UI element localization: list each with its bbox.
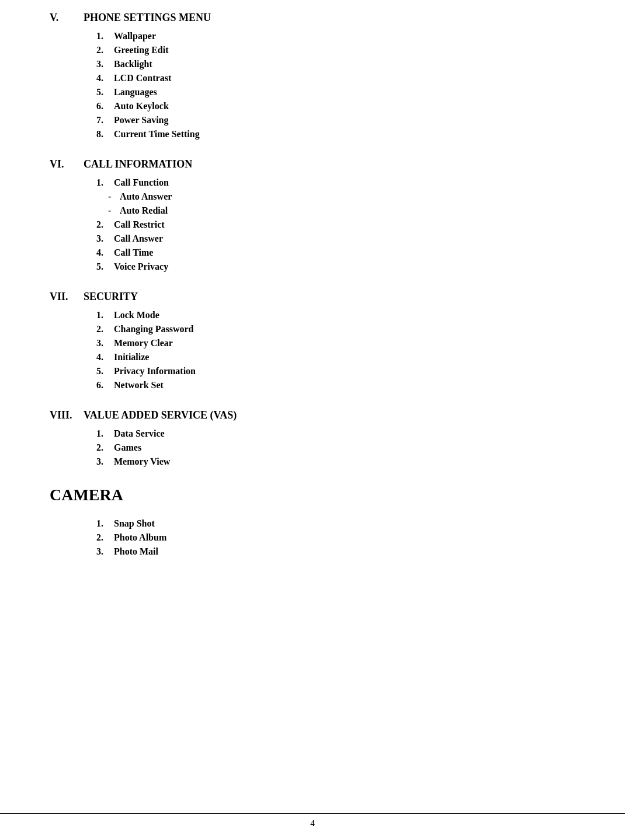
section-section-vi: VI.CALL INFORMATION1.Call Function-Auto … [50, 158, 575, 272]
list-label: Call Restrict [114, 219, 165, 230]
camera-list-item: 1.Snap Shot [96, 518, 575, 529]
list-number: 8. [96, 129, 114, 140]
section-title: SECURITY [84, 291, 138, 303]
list-number: 2. [96, 442, 114, 453]
sub-dash: - [108, 191, 120, 202]
list-label: Call Time [114, 248, 153, 258]
list-number: 2. [96, 219, 114, 230]
list-label: Current Time Setting [114, 129, 200, 140]
list-number: 4. [96, 73, 114, 83]
list-label: Wallpaper [114, 31, 156, 41]
list-number: 4. [96, 352, 114, 363]
section-list: 1.Call Function-Auto Answer-Auto Redial2… [96, 177, 575, 272]
section-number: VII. [50, 291, 79, 303]
section-heading: VI.CALL INFORMATION [50, 158, 575, 170]
list-label: Network Set [114, 380, 164, 391]
list-number: 4. [96, 248, 114, 258]
camera-list-item: 3.Photo Mail [96, 546, 575, 557]
page-content: V.PHONE SETTINGS MENU1.Wallpaper2.Greeti… [50, 12, 575, 557]
list-number: 3. [96, 456, 114, 467]
list-number: 2. [96, 45, 114, 55]
list-label: Memory View [114, 456, 170, 467]
section-section-v: V.PHONE SETTINGS MENU1.Wallpaper2.Greeti… [50, 12, 575, 140]
list-number: 1. [96, 518, 114, 529]
list-number: 6. [96, 380, 114, 391]
section-list: 1.Data Service2.Games3.Memory View [96, 428, 575, 467]
list-item: 3.Memory View [96, 456, 575, 467]
section-title: PHONE SETTINGS MENU [84, 12, 211, 24]
list-number: 5. [96, 262, 114, 272]
list-number: 2. [96, 324, 114, 334]
list-item: 2.Greeting Edit [96, 45, 575, 55]
section-heading: VIII.VALUE ADDED SERVICE (VAS) [50, 409, 575, 421]
list-label: Data Service [114, 428, 165, 439]
list-item: 8.Current Time Setting [96, 129, 575, 140]
sub-label: Auto Redial [120, 205, 168, 216]
camera-list-item: 2.Photo Album [96, 532, 575, 543]
section-section-vii: VII.SECURITY1.Lock Mode2.Changing Passwo… [50, 291, 575, 391]
section-title: VALUE ADDED SERVICE (VAS) [84, 409, 237, 421]
list-item: 2.Changing Password [96, 324, 575, 334]
list-label: Memory Clear [114, 338, 173, 348]
list-item: 5.Voice Privacy [96, 262, 575, 272]
sub-label: Auto Answer [120, 191, 172, 202]
section-heading: VII.SECURITY [50, 291, 575, 303]
sub-dash: - [108, 205, 120, 216]
camera-section: CAMERA 1.Snap Shot2.Photo Album3.Photo M… [50, 486, 575, 557]
list-label: Power Saving [114, 115, 168, 126]
section-list: 1.Wallpaper2.Greeting Edit3.Backlight4.L… [96, 31, 575, 140]
list-number: 1. [96, 31, 114, 41]
list-number: 7. [96, 115, 114, 126]
list-item: 2.Call Restrict [96, 219, 575, 230]
list-item: 1.Data Service [96, 428, 575, 439]
section-list: 1.Lock Mode2.Changing Password3.Memory C… [96, 310, 575, 391]
list-label: Snap Shot [114, 518, 155, 529]
list-number: 5. [96, 366, 114, 377]
list-item: 5.Privacy Information [96, 366, 575, 377]
list-number: 2. [96, 532, 114, 543]
list-number: 6. [96, 101, 114, 111]
list-item: 1.Call Function [96, 177, 575, 188]
list-label: Photo Album [114, 532, 166, 543]
list-label: Backlight [114, 59, 152, 69]
list-item: 3.Backlight [96, 59, 575, 69]
list-item: 6.Auto Keylock [96, 101, 575, 111]
sub-item: -Auto Answer [108, 191, 575, 202]
list-number: 5. [96, 87, 114, 97]
list-number: 3. [96, 233, 114, 244]
list-label: Changing Password [114, 324, 193, 334]
list-label: Call Function [114, 177, 169, 188]
section-heading: V.PHONE SETTINGS MENU [50, 12, 575, 24]
list-number: 3. [96, 59, 114, 69]
list-label: Privacy Information [114, 366, 196, 377]
list-label: Lock Mode [114, 310, 159, 320]
list-label: Languages [114, 87, 157, 97]
section-section-viii: VIII.VALUE ADDED SERVICE (VAS)1.Data Ser… [50, 409, 575, 467]
list-item: 4.Initialize [96, 352, 575, 363]
list-label: Auto Keylock [114, 101, 169, 111]
sections-container: V.PHONE SETTINGS MENU1.Wallpaper2.Greeti… [50, 12, 575, 467]
list-item: 6.Network Set [96, 380, 575, 391]
list-item: 1.Lock Mode [96, 310, 575, 320]
list-item: 2.Games [96, 442, 575, 453]
list-item: 3.Memory Clear [96, 338, 575, 348]
list-item: 5.Languages [96, 87, 575, 97]
list-label: Greeting Edit [114, 45, 168, 55]
list-item: 4.Call Time [96, 248, 575, 258]
list-number: 1. [96, 177, 114, 188]
list-label: Call Answer [114, 233, 163, 244]
section-number: VIII. [50, 409, 79, 421]
page-footer: 4 [0, 813, 625, 828]
camera-heading: CAMERA [50, 486, 575, 504]
list-item: 3.Call Answer [96, 233, 575, 244]
list-number: 3. [96, 338, 114, 348]
list-item: 4.LCD Contrast [96, 73, 575, 83]
camera-list: 1.Snap Shot2.Photo Album3.Photo Mail [96, 518, 575, 557]
sub-item: -Auto Redial [108, 205, 575, 216]
list-number: 1. [96, 428, 114, 439]
section-title: CALL INFORMATION [84, 158, 192, 170]
list-number: 3. [96, 546, 114, 557]
list-label: Voice Privacy [114, 262, 168, 272]
section-number: VI. [50, 158, 79, 170]
list-item: 1.Wallpaper [96, 31, 575, 41]
